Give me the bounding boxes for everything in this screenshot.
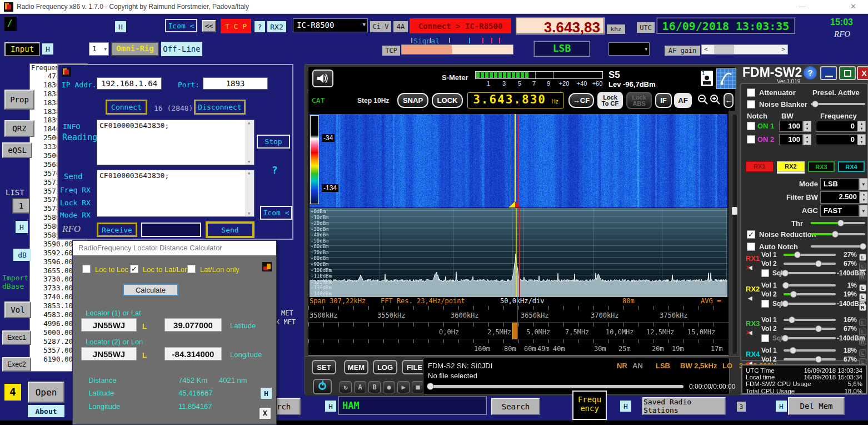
- volume-slider[interactable]: [784, 300, 836, 308]
- notch1-checkbox[interactable]: [747, 122, 755, 130]
- mem-button[interactable]: MEM: [344, 360, 368, 374]
- ip-addr-field[interactable]: 192.168.1.64: [97, 77, 162, 90]
- lock-to-cf-button[interactable]: LockTo CF: [597, 92, 623, 109]
- longitude-field[interactable]: -84.314000: [164, 347, 222, 360]
- sql-checkbox[interactable]: [761, 334, 769, 342]
- noise-reduction-checkbox[interactable]: ✓: [747, 230, 755, 239]
- help-h-button-2[interactable]: H: [42, 43, 53, 55]
- tcp-connect-button[interactable]: Connect: [106, 100, 147, 115]
- mode-select[interactable]: LSB▼: [820, 178, 868, 190]
- volume-slider[interactable]: [784, 316, 836, 324]
- latlon-only-checkbox[interactable]: [187, 265, 196, 273]
- eqsl-button[interactable]: eQSL: [2, 142, 32, 158]
- volume-slider[interactable]: [784, 281, 836, 289]
- scale-freq-row[interactable]: 3500kHz3550kHz3600kHz3650kHz3700kHz3750k…: [308, 306, 729, 323]
- sql-checkbox[interactable]: [761, 269, 769, 277]
- volume-slider[interactable]: [784, 251, 836, 259]
- volume-slider[interactable]: [784, 347, 836, 354]
- stop-button[interactable]: Stop: [257, 135, 290, 149]
- af-button[interactable]: AF: [674, 93, 692, 108]
- panel-minimize-button[interactable]: [820, 66, 837, 80]
- transport-play-button[interactable]: ▶: [397, 381, 410, 393]
- help-h-button-1[interactable]: H: [115, 21, 126, 32]
- if-button[interactable]: IF: [655, 93, 672, 108]
- playback-progress[interactable]: [428, 385, 684, 388]
- thr-slider[interactable]: [811, 219, 865, 227]
- volume-slider[interactable]: [784, 290, 836, 298]
- notch2-freq-spinner[interactable]: 0▲▼: [816, 134, 866, 145]
- tuned-frequency-display[interactable]: 3.643.830 Hz: [467, 92, 564, 108]
- receive-button[interactable]: Receive: [97, 223, 137, 237]
- volume-slider[interactable]: [784, 260, 836, 268]
- offline-button[interactable]: Off-Line: [161, 42, 202, 56]
- calculate-button[interactable]: Calculate: [123, 284, 178, 296]
- noise-blanker-slider[interactable]: [811, 100, 865, 108]
- filter-edge-marker-right[interactable]: [515, 114, 516, 207]
- frequency-mode-button[interactable]: Frequency: [572, 391, 607, 420]
- omnirig-button[interactable]: Omni-Rig: [111, 42, 159, 56]
- latitude-field[interactable]: 39.077000: [164, 318, 222, 332]
- open-button[interactable]: Open: [28, 382, 64, 403]
- agc-select[interactable]: FAST▼: [820, 205, 868, 217]
- minimize-button[interactable]: —: [799, 2, 806, 11]
- rx-tab-rx4[interactable]: RX4: [838, 161, 865, 172]
- rx2-button[interactable]: RX2: [267, 21, 286, 32]
- tcp-disconnect-button[interactable]: Disconnect: [194, 100, 246, 115]
- locator2-field[interactable]: JN55WJ: [81, 347, 137, 360]
- scrollbar[interactable]: [246, 170, 254, 216]
- scroll-left-icon[interactable]: <: [704, 46, 708, 53]
- search-button-right[interactable]: Search: [491, 398, 540, 415]
- loc-to-loc-checkbox[interactable]: [82, 265, 91, 273]
- qrz-button[interactable]: QRZ: [4, 120, 34, 137]
- transport-b-marker-button[interactable]: B: [368, 381, 381, 393]
- noise-blanker-checkbox[interactable]: [747, 100, 755, 108]
- rx-tab-rx2[interactable]: RX2: [777, 161, 805, 172]
- input-button[interactable]: Input: [4, 42, 40, 56]
- rx-tab-rx3[interactable]: RX3: [808, 161, 835, 172]
- help-h-button-4[interactable]: H: [325, 401, 336, 412]
- scale-mhz-row[interactable]: 0,0Hz2,5MHz5,0MHz7,5MHz10,0MHz12,5MHz15,…: [308, 323, 729, 339]
- playback-thumb[interactable]: [427, 383, 434, 390]
- sql-checkbox[interactable]: [761, 300, 769, 308]
- blank-select[interactable]: ▼: [608, 42, 650, 56]
- exec1-button[interactable]: Exec1: [2, 330, 31, 345]
- help-h-button-3[interactable]: H: [16, 221, 28, 233]
- vol-button[interactable]: Vol: [4, 302, 31, 318]
- tcp-help-icon[interactable]: ?: [272, 164, 278, 176]
- manual-command-field[interactable]: [141, 223, 201, 237]
- noise-reduction-slider[interactable]: [811, 230, 865, 238]
- send-textarea[interactable]: CF0100003643830;: [97, 170, 255, 217]
- panel-maximize-button[interactable]: [839, 66, 856, 80]
- civ-button[interactable]: Ci-V: [370, 21, 391, 32]
- import-dbase-label[interactable]: ImportdBase: [2, 274, 28, 290]
- zoom-out-icon[interactable]: [697, 94, 709, 107]
- notch1-bw-spinner[interactable]: 100▲▼: [779, 121, 811, 132]
- auto-notch-slider[interactable]: [811, 243, 865, 250]
- transport-loop-button[interactable]: ↻: [340, 381, 352, 393]
- icom-button[interactable]: Icom <: [165, 19, 197, 32]
- locator-close-button[interactable]: X: [260, 408, 271, 419]
- notch2-checkbox[interactable]: [747, 135, 755, 144]
- list-number-select[interactable]: 1 ▼: [89, 42, 109, 56]
- display-divider-slider[interactable]: [732, 115, 737, 354]
- speaker-button[interactable]: [312, 70, 333, 87]
- scroll-right-icon[interactable]: >: [781, 46, 785, 53]
- saved-stations-button[interactable]: Saved Radio Stations: [642, 397, 726, 415]
- close-button[interactable]: ✕: [850, 2, 856, 11]
- locator-dialog-title[interactable]: RadioFrequency Locator Distance Calculat…: [73, 241, 276, 255]
- panel-help-button[interactable]: ?: [804, 66, 817, 80]
- filter-edge-marker-left[interactable]: [511, 114, 511, 207]
- notch1-freq-spinner[interactable]: 0▲▼: [816, 121, 866, 132]
- to-cf-button[interactable]: →CF: [568, 93, 594, 108]
- db-button[interactable]: dB: [13, 249, 31, 261]
- scale-band-row[interactable]: 160m80m60m49m40m30m25m20m19m17m: [308, 339, 729, 356]
- prop-button[interactable]: Prop: [4, 90, 34, 110]
- collapse-button[interactable]: <<: [202, 20, 216, 32]
- divider-thumb[interactable]: [732, 207, 737, 215]
- rx-tab-rx1[interactable]: RX1: [746, 161, 774, 172]
- panel-close-button[interactable]: X: [857, 66, 868, 80]
- transport-record-button[interactable]: ●: [383, 381, 395, 393]
- waterfall-container[interactable]: -34 -134: [308, 111, 729, 208]
- del-mem-button[interactable]: Del Mem: [788, 397, 845, 415]
- help-h-button-6[interactable]: H: [776, 401, 787, 412]
